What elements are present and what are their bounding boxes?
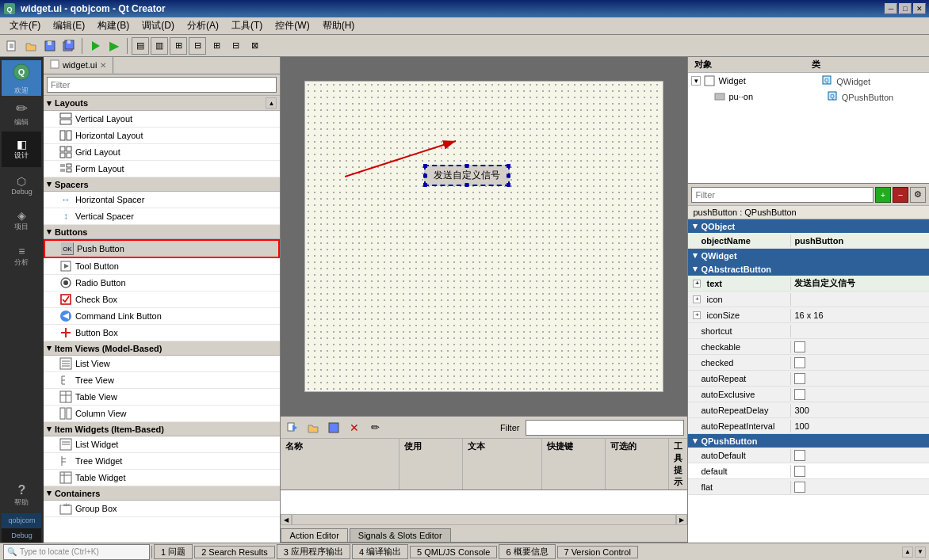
tb-save[interactable] (41, 37, 59, 55)
tab-close-icon[interactable]: ✕ (100, 61, 106, 70)
action-scroll-bar[interactable] (292, 514, 676, 525)
prop-row-autorepeatinterval[interactable]: autoRepeatInterval 100 (688, 418, 929, 434)
section-collapse-qwidget[interactable]: ▾ (693, 250, 698, 261)
expand-text[interactable]: + (693, 280, 701, 288)
tb-layout-s1[interactable]: ⊞ (208, 37, 225, 55)
checkbox-default[interactable] (794, 466, 805, 477)
prop-row-iconsize[interactable]: + iconSize 16 x 16 (688, 307, 929, 323)
prop-row-checkable[interactable]: checkable (688, 339, 929, 355)
design-canvas[interactable]: 发送自定义信号 (304, 81, 663, 392)
tb-open[interactable] (22, 37, 40, 55)
minimize-button[interactable]: ─ (885, 3, 897, 14)
sidebar-projects[interactable]: ◈ 项目 (2, 203, 41, 238)
checkbox-autoexclusive[interactable] (794, 389, 805, 400)
tree-item-form-layout[interactable]: Form Layout (44, 161, 281, 177)
prop-row-default[interactable]: default (688, 463, 929, 479)
status-item-3[interactable]: 3 应用程序输出 (277, 544, 350, 559)
menu-build[interactable]: 构建(B) (91, 17, 136, 34)
checkbox-checked[interactable] (794, 357, 805, 368)
checkbox-autodefault[interactable] (794, 450, 805, 461)
sidebar-qobjcom[interactable]: qobjcom (2, 513, 41, 528)
tb-layout-g[interactable]: ⊞ (170, 37, 187, 55)
prop-filter-input[interactable] (691, 187, 874, 203)
prop-value-autorepeat[interactable] (791, 371, 929, 386)
menu-debug[interactable]: 调试(D) (136, 17, 181, 34)
tb-save-all[interactable] (60, 37, 78, 55)
tree-item-tool-button[interactable]: Tool Button (44, 258, 281, 275)
tab-signals-slots[interactable]: Signals & Slots Editor (350, 528, 451, 542)
tree-item-table-widget[interactable]: Table Widget (44, 470, 281, 486)
tree-item-horizontal-layout[interactable]: Horizontal Layout (44, 128, 281, 144)
action-delete-btn[interactable]: ✕ (346, 419, 363, 436)
prop-remove-btn[interactable]: − (893, 187, 908, 203)
section-collapse-qabstractbutton[interactable]: ▾ (693, 264, 698, 274)
action-open-btn[interactable] (304, 419, 322, 436)
tree-item-group-box[interactable]: abc Group Box (44, 501, 281, 517)
checkbox-autorepeat[interactable] (794, 373, 805, 384)
status-item-7[interactable]: 7 Version Control (557, 546, 638, 558)
action-edit-btn[interactable]: ✏ (366, 419, 384, 436)
prop-value-text[interactable]: 发送自定义信号 (791, 276, 929, 291)
tree-item-horiz-spacer[interactable]: ↔ Horizontal Spacer (44, 192, 281, 208)
menu-file[interactable]: 文件(F) (3, 17, 47, 34)
sidebar-design[interactable]: ◧ 设计 (2, 131, 41, 167)
prop-row-flat[interactable]: flat (688, 479, 929, 495)
tree-item-tree-widget[interactable]: Tree Widget (44, 453, 281, 470)
prop-value-objectname[interactable]: pushButton (791, 234, 929, 247)
section-collapse-qobject[interactable]: ▾ (693, 221, 698, 231)
window-controls[interactable]: ─ □ ✕ (885, 3, 926, 14)
section-collapse-spacers[interactable]: ▾ (47, 179, 52, 189)
tree-item-command-link[interactable]: Command Link Button (44, 308, 281, 325)
prop-row-autoexclusive[interactable]: autoExclusive (688, 387, 929, 402)
action-scroll-left[interactable]: ◀ (281, 514, 292, 525)
status-item-5[interactable]: 5 QML/JS Console (410, 546, 497, 558)
checkbox-checkable[interactable] (794, 341, 805, 352)
menu-help[interactable]: 帮助(H) (316, 17, 361, 34)
menu-analyze[interactable]: 分析(A) (181, 17, 225, 34)
action-new-btn[interactable] (284, 419, 301, 436)
tree-item-button-box[interactable]: Button Box (44, 325, 281, 341)
widget-tab-main[interactable]: widget.ui ✕ (44, 57, 113, 74)
prop-value-shortcut[interactable] (791, 330, 929, 333)
status-item-2[interactable]: 2 Search Results (194, 546, 275, 558)
tree-item-tree-view[interactable]: Tree View (44, 372, 281, 389)
section-collapse-qpushbutton[interactable]: ▾ (693, 436, 698, 446)
tb-layout-f[interactable]: ⊟ (189, 37, 206, 55)
checkbox-flat[interactable] (794, 482, 805, 493)
expand-icon[interactable]: + (693, 295, 701, 303)
sidebar-debug[interactable]: ⬡ Debug (2, 167, 41, 203)
prop-row-icon[interactable]: + icon (688, 291, 929, 307)
obj-row-widget[interactable]: ▾ Widget Q QWidget (688, 73, 929, 89)
locate-box[interactable]: 🔍 Type to locate (Ctrl+K) (3, 544, 150, 560)
prop-value-flat[interactable] (791, 480, 929, 494)
obj-expand-widget[interactable]: ▾ (691, 76, 701, 86)
action-scroll-right[interactable]: ▶ (676, 514, 687, 525)
tb-run[interactable]: ▶ (105, 37, 123, 55)
widget-filter-input[interactable] (47, 77, 277, 93)
tb-layout-h[interactable]: ▤ (132, 37, 149, 55)
tree-item-vertical-layout[interactable]: Vertical Layout (44, 111, 281, 128)
tb-new[interactable] (3, 37, 21, 55)
section-collapse-item-views[interactable]: ▾ (47, 343, 52, 353)
action-save-btn[interactable] (325, 419, 342, 436)
section-collapse-buttons[interactable]: ▾ (47, 227, 52, 237)
close-button[interactable]: ✕ (913, 3, 926, 14)
statusbar-scroll-up[interactable]: ▲ (902, 547, 913, 558)
prop-row-text[interactable]: + text 发送自定义信号 (688, 276, 929, 291)
tab-action-editor[interactable]: Action Editor (281, 528, 347, 542)
prop-value-default[interactable] (791, 464, 929, 478)
prop-row-autodefault[interactable]: autoDefault (688, 448, 929, 463)
prop-row-autorepeatdelay[interactable]: autoRepeatDelay 300 (688, 402, 929, 418)
status-item-1[interactable]: 1 问题 (154, 544, 193, 559)
statusbar-scroll-down[interactable]: ▼ (915, 547, 926, 558)
tb-layout-s2[interactable]: ⊟ (227, 37, 244, 55)
obj-row-pushbutton[interactable]: pu··on Q QPushButton (688, 89, 929, 105)
expand-iconsize[interactable]: + (693, 311, 701, 319)
section-collapse-containers[interactable]: ▾ (47, 488, 52, 498)
prop-value-autorepeatdelay[interactable]: 300 (791, 404, 929, 417)
tree-item-vert-spacer[interactable]: ↕ Vertical Spacer (44, 208, 281, 225)
prop-add-btn[interactable]: + (875, 187, 891, 203)
tree-item-check-box[interactable]: Check Box (44, 291, 281, 308)
tb-layout-v[interactable]: ▥ (151, 37, 168, 55)
menu-edit[interactable]: 编辑(E) (47, 17, 91, 34)
